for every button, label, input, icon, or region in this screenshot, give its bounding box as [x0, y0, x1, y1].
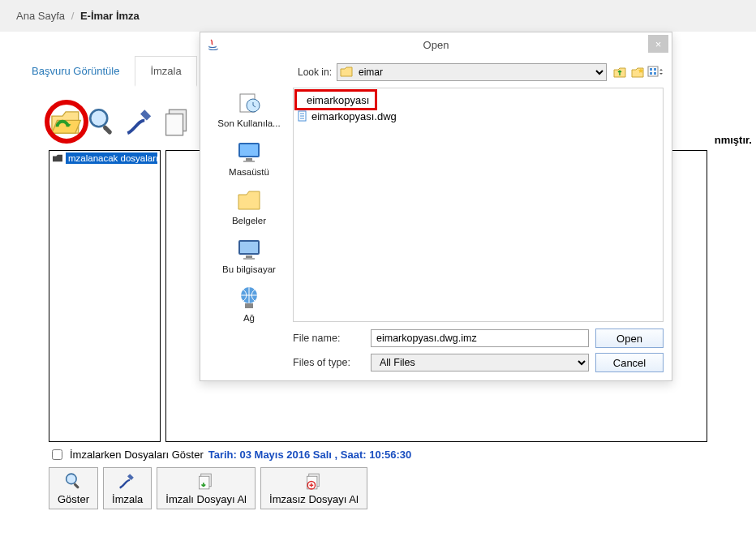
sign-button[interactable]	[123, 105, 157, 140]
magnify-icon	[63, 471, 84, 492]
desktop-icon	[235, 138, 263, 165]
files-to-sign-label[interactable]: mzalanacak dosyaları	[66, 152, 157, 164]
file-item-eimarkopyasi-dwg[interactable]: eimarkopyası.dwg	[297, 109, 659, 123]
svg-point-0	[90, 110, 107, 127]
dwg-file-icon	[297, 110, 308, 122]
sidebar-documents[interactable]: Belgeler	[208, 183, 290, 229]
button-label: İmzalı Dosyayı Al	[165, 493, 247, 505]
files-button[interactable]	[161, 105, 195, 140]
svg-rect-25	[654, 68, 656, 71]
filetype-select[interactable]: All Files	[371, 354, 589, 371]
filetype-label: Files of type:	[293, 357, 364, 368]
show-files-label: İmzalarken Dosyaları Göster	[70, 449, 204, 461]
network-icon	[235, 284, 263, 311]
nav-view-button[interactable]	[647, 64, 664, 80]
folder-open-icon	[49, 105, 83, 140]
nav-up-button[interactable]	[612, 64, 628, 80]
dialog-places-sidebar: Son Kullanıla... Masaüstü Belgeler	[208, 62, 290, 372]
pen-sign-icon	[123, 105, 157, 140]
svg-point-4	[66, 474, 76, 484]
button-label: İmzala	[112, 493, 143, 505]
filename-input[interactable]	[371, 329, 589, 347]
computer-icon	[235, 235, 263, 263]
tab-basvuru-goruntule[interactable]: Başvuru Görüntüle	[16, 56, 135, 87]
svg-rect-22	[245, 303, 253, 308]
button-label: Cancel	[613, 357, 646, 369]
svg-rect-23	[648, 67, 658, 76]
imzali-dosyayi-al-button[interactable]: İmzalı Dosyayı Al	[157, 467, 256, 509]
file-name: eimarkopyası	[307, 94, 369, 106]
look-in-select[interactable]: eimar	[337, 63, 607, 81]
sidebar-desktop[interactable]: Masaüstü	[208, 135, 290, 180]
java-icon	[207, 37, 221, 52]
dialog-close-button[interactable]: ×	[648, 35, 668, 53]
sidebar-thispc[interactable]: Bu bilgisayar	[208, 232, 290, 277]
svg-rect-14	[240, 144, 258, 156]
nav-new-folder-button[interactable]	[629, 64, 646, 80]
close-icon: ×	[655, 38, 662, 50]
folder-icon	[235, 187, 263, 214]
dialog-titlebar[interactable]: Open ×	[200, 32, 672, 57]
button-label: Göster	[58, 493, 89, 505]
file-open-dialog: Open × Son Kullanıla...	[200, 32, 672, 381]
svg-rect-5	[73, 483, 79, 489]
imzasiz-dosyayi-al-button[interactable]: İmzasız Dosyayı Al	[260, 467, 367, 509]
folder-new-icon	[631, 66, 644, 79]
truncated-right-text: nmıştır.	[715, 134, 752, 146]
button-label: İmzasız Dosyayı Al	[269, 493, 359, 505]
file-item-eimarkopyasi[interactable]: D eimarkopyası	[297, 92, 375, 108]
svg-rect-26	[650, 72, 652, 75]
breadcrumb-current: E-İmar İmza	[80, 10, 140, 22]
svg-rect-16	[243, 161, 255, 162]
sidebar-label: Son Kullanıla...	[217, 118, 280, 128]
sidebar-label: Ağ	[243, 313, 255, 323]
svg-rect-1	[102, 125, 113, 135]
breadcrumb-sep: /	[71, 10, 75, 22]
tab-label: Başvuru Görüntüle	[32, 65, 119, 77]
files-to-sign-panel[interactable]: mzalanacak dosyaları	[49, 150, 161, 442]
svg-rect-20	[243, 258, 255, 260]
svg-rect-24	[650, 68, 652, 71]
look-in-label: Look in:	[293, 67, 332, 78]
svg-rect-19	[246, 256, 252, 258]
file-list[interactable]: D eimarkopyası eimarkopyası.dwg	[293, 88, 664, 322]
tab-imzala[interactable]: İmzala	[135, 56, 196, 87]
svg-rect-3	[166, 114, 183, 135]
cancel-button[interactable]: Cancel	[595, 353, 664, 372]
folder-icon	[52, 153, 63, 163]
timestamp: Tarih: 03 Mayıs 2016 Salı , Saat: 10:56:…	[208, 449, 412, 461]
svg-rect-27	[654, 72, 656, 75]
folder-up-icon	[613, 66, 626, 79]
dialog-title: Open	[423, 39, 449, 51]
magnify-icon	[86, 105, 120, 140]
tab-label: İmzala	[150, 65, 181, 77]
sidebar-label: Belgeler	[232, 216, 266, 225]
breadcrumb: Ana Sayfa / E-İmar İmza	[0, 0, 756, 32]
recent-items-icon	[235, 89, 263, 117]
sidebar-network[interactable]: Ağ	[208, 281, 290, 326]
imzala-button[interactable]: İmzala	[103, 467, 152, 509]
files-stack-icon	[161, 105, 195, 140]
show-files-checkbox[interactable]	[52, 449, 62, 460]
sidebar-recent[interactable]: Son Kullanıla...	[208, 86, 290, 131]
goster-button[interactable]: Göster	[49, 467, 98, 509]
filename-label: File name:	[293, 333, 364, 344]
svg-rect-15	[246, 158, 252, 161]
button-label: Open	[616, 333, 642, 345]
breadcrumb-home[interactable]: Ana Sayfa	[16, 10, 65, 22]
open-button[interactable]: Open	[595, 329, 664, 348]
open-file-button[interactable]	[49, 105, 83, 140]
sidebar-label: Masaüstü	[229, 167, 269, 177]
files-download-icon	[195, 471, 217, 492]
files-error-icon	[303, 471, 324, 492]
sidebar-label: Bu bilgisayar	[222, 264, 276, 274]
magnify-button[interactable]	[86, 105, 120, 140]
pen-sign-icon	[117, 471, 138, 492]
view-mode-icon	[647, 66, 664, 79]
file-name: eimarkopyası.dwg	[311, 110, 397, 122]
svg-rect-18	[240, 242, 258, 253]
